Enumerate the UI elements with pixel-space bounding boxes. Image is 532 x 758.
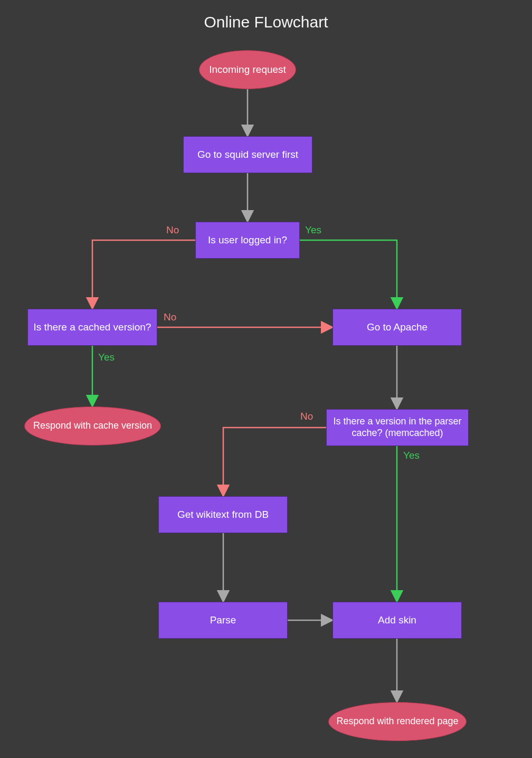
edge-label-mem-no: No: [300, 411, 313, 422]
terminal-respond-rendered: Respond with rendered page: [328, 702, 467, 741]
edge-label-mem-yes: Yes: [403, 450, 420, 461]
connectors: [0, 0, 532, 758]
process-get-wikitext: Get wikitext from DB: [158, 496, 288, 533]
edge-label-logged-no: No: [166, 224, 179, 236]
process-squid-server: Go to squid server first: [183, 136, 312, 173]
terminal-respond-cache: Respond with cache version: [24, 406, 161, 446]
decision-cached-version: Is there a cached version?: [27, 309, 157, 346]
edge-label-cached-no: No: [164, 311, 176, 323]
decision-user-logged-in: Is user logged in?: [195, 222, 300, 259]
process-parse: Parse: [158, 602, 288, 639]
terminal-incoming-request: Incoming request: [199, 50, 296, 89]
edge-label-cached-yes: Yes: [98, 352, 115, 363]
decision-parser-cache: Is there a version in the parser cache? …: [326, 409, 469, 446]
process-apache: Go to Apache: [332, 309, 462, 346]
page-title: Online FLowchart: [0, 13, 532, 31]
process-add-skin: Add skin: [332, 602, 462, 639]
edge-label-logged-yes: Yes: [305, 224, 321, 236]
